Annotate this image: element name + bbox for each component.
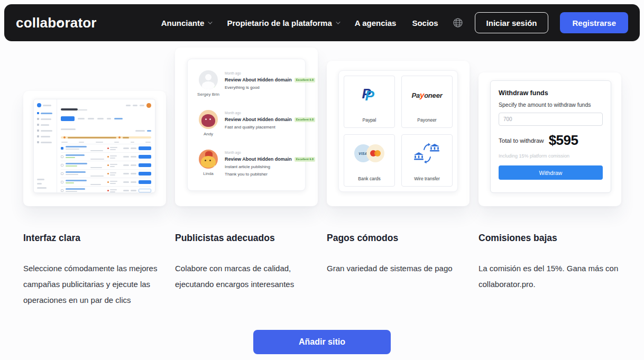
bank-cards-icon: VISA: [354, 144, 385, 162]
payment-tile-wire-transfer: Wire transfer: [401, 134, 453, 187]
withdraw-amount-input[interactable]: [499, 113, 603, 126]
feature-card-interfaz: [23, 91, 166, 206]
feature-description: Seleccione cómodamente las mejores campa…: [23, 261, 166, 308]
nav-label: Anunciante: [161, 19, 205, 27]
reviews-mockup: Sergey Brin Month ago Review About Hidde…: [187, 59, 306, 191]
rating-badge-icon: [214, 126, 218, 129]
nav-item-socios[interactable]: Socios: [412, 19, 438, 27]
table-row: [61, 144, 151, 152]
review-time: Month ago: [225, 151, 315, 154]
nav-item-anunciante[interactable]: Anunciante: [161, 19, 211, 27]
logo[interactable]: collaborator: [16, 15, 97, 31]
nav-item-agencias[interactable]: A agencias: [355, 19, 397, 27]
globe-language-icon[interactable]: [453, 17, 463, 28]
review-text: Everything is good: [225, 85, 315, 91]
review-item: Linda Month ago Review About Hidden doma…: [192, 150, 300, 178]
reviewer-name: Linda: [203, 171, 214, 176]
nav-item-propietario[interactable]: Propietario de la plataforma: [227, 19, 338, 27]
excellent-badge: Excellent 9.8: [295, 157, 315, 162]
feature-description: Colabore con marcas de calidad, ejecutan…: [175, 261, 318, 292]
feature-column-pagos: P P Paypal Payoneer Payoneer: [327, 48, 470, 308]
feature-heading: Publicistas adecuados: [175, 233, 318, 244]
feature-column-interfaz: Interfaz clara Seleccione cómodamente la…: [23, 48, 166, 308]
rating-badge-icon: [214, 86, 218, 89]
dashboard-logo-icon: [37, 103, 41, 107]
feature-heading: Comisiones bajas: [479, 233, 621, 244]
withdraw-total-label: Total to withdraw: [499, 137, 544, 144]
table-row: [61, 152, 151, 161]
dashboard-alert-banner: [61, 136, 151, 139]
register-button[interactable]: Registrarse: [560, 12, 628, 33]
dashboard-action-button: [139, 189, 151, 192]
chevron-down-icon: [336, 20, 340, 24]
cta-section: Añadir sitio: [0, 330, 644, 354]
review-title: Review About Hidden domain: [225, 77, 292, 82]
feature-heading: Pagos cómodos: [327, 233, 470, 244]
payment-tile-paypal: P P Paypal: [344, 76, 395, 128]
nav-label: Propietario de la plataforma: [227, 19, 332, 27]
paypal-logo-icon: P P: [362, 87, 378, 103]
dashboard-sidebar: [34, 99, 57, 192]
review-title: Review About Hidden domain: [225, 117, 292, 122]
table-row: [61, 169, 151, 178]
withdraw-title: Withdraw funds: [499, 89, 603, 97]
avatar: [199, 70, 218, 89]
dashboard-action-button: [139, 155, 151, 159]
dashboard-tabs: [61, 116, 151, 121]
payment-tile-bank-cards: VISA Bank cards: [344, 134, 395, 187]
payment-label: Wire transfer: [414, 176, 440, 181]
review-title: Review About Hidden domain: [225, 156, 292, 162]
payment-label: Payoneer: [417, 117, 436, 123]
main-nav: Anunciante Propietario de la plataforma …: [161, 19, 438, 27]
payments-mockup: P P Paypal Payoneer Payoneer: [338, 70, 458, 192]
review-text: Thank you to publisher: [225, 171, 315, 178]
nav-label: A agencias: [355, 19, 397, 27]
withdraw-subtitle: Specify the amount to withdraw funds: [499, 101, 603, 108]
review-time: Month ago: [225, 71, 315, 75]
feature-description: La comisión es del 15%. Gana más con col…: [479, 261, 621, 292]
table-row: [61, 161, 151, 169]
table-row: [61, 178, 151, 186]
withdraw-button[interactable]: Withdraw: [499, 165, 603, 180]
login-button[interactable]: Iniciar sesión: [475, 12, 549, 33]
avatar: [199, 150, 218, 169]
logo-o-mark: o: [56, 15, 65, 31]
avatar: [199, 110, 218, 129]
wire-transfer-icon: [413, 143, 441, 164]
feature-heading: Interfaz clara: [23, 233, 166, 244]
review-time: Month ago: [225, 111, 315, 115]
dashboard-mockup: [33, 99, 155, 193]
payment-tile-payoneer: Payoneer Payoneer: [401, 76, 453, 128]
review-item: Sergey Brin Month ago Review About Hidde…: [192, 70, 300, 97]
withdraw-total-value: $595: [549, 132, 578, 149]
dashboard-action-button: [139, 172, 151, 176]
chevron-down-icon: [208, 20, 213, 24]
excellent-badge: Excellent 9.8: [295, 78, 315, 82]
feature-column-comisiones: Withdraw funds Specify the amount to wit…: [479, 48, 621, 308]
feature-column-publicistas: Sergey Brin Month ago Review About Hidde…: [175, 48, 318, 308]
dashboard-action-button: [139, 163, 151, 167]
feature-card-pagos: P P Paypal Payoneer Payoneer: [327, 61, 470, 206]
dashboard-action-button: [139, 146, 151, 150]
dashboard-main: [57, 99, 155, 192]
dashboard-avatar: [146, 103, 151, 108]
feature-card-comisiones: Withdraw funds Specify the amount to wit…: [479, 72, 621, 206]
features-section: Interfaz clara Seleccione cómodamente la…: [23, 48, 621, 308]
feature-description: Gran variedad de sistemas de pago: [327, 261, 470, 276]
top-navigation-bar: collaborator Anunciante Propietario de l…: [4, 4, 640, 41]
rating-badge-icon: [214, 165, 218, 169]
payment-label: Bank cards: [358, 176, 381, 181]
table-row: [61, 186, 151, 193]
dashboard-action-button: [139, 180, 151, 184]
feature-card-publicistas: Sergey Brin Month ago Review About Hidde…: [175, 48, 318, 206]
header-actions: Iniciar sesión Registrarse: [453, 12, 628, 33]
add-site-button[interactable]: Añadir sitio: [253, 330, 391, 354]
review-item: Andy Month ago Review About Hidden domai…: [192, 110, 300, 136]
withdraw-mockup: Withdraw funds Specify the amount to wit…: [490, 80, 611, 193]
payoneer-logo-icon: Payoneer: [411, 90, 442, 99]
excellent-badge: Excellent 9.8: [295, 117, 315, 122]
payment-label: Paypal: [363, 117, 376, 123]
withdraw-commission-note: Including 15% platform comission: [499, 153, 603, 159]
review-text: Fast and quality placement: [225, 124, 315, 131]
reviewer-name: Sergey Brin: [197, 92, 219, 97]
